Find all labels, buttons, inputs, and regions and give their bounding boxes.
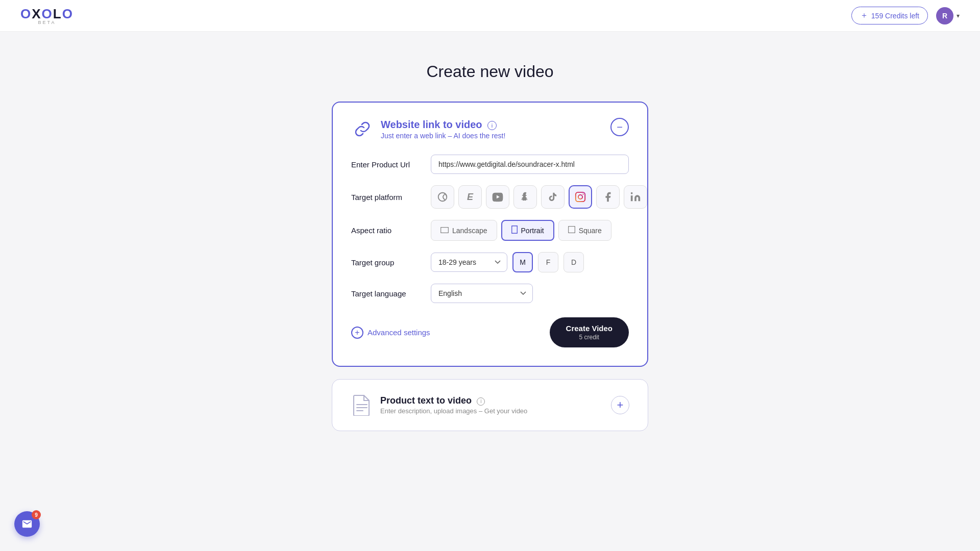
info-icon[interactable]: i: [487, 121, 497, 130]
platform-linkedin[interactable]: [624, 185, 647, 209]
product-text-card: Product text to video i Enter descriptio…: [332, 379, 648, 431]
gender-male[interactable]: M: [512, 252, 533, 272]
svg-point-3: [631, 192, 633, 194]
collapse-button[interactable]: −: [610, 118, 629, 136]
platform-label: Target platform: [351, 193, 423, 202]
platform-amazon[interactable]: [431, 185, 454, 209]
platform-group: E: [431, 185, 647, 209]
logo-o: O: [20, 6, 32, 21]
notification-badge: 9: [32, 510, 41, 519]
url-input[interactable]: [431, 155, 629, 174]
gender-diverse[interactable]: D: [564, 252, 584, 272]
create-btn-sub: 5 credit: [566, 334, 612, 342]
chevron-down-icon: ▾: [957, 12, 960, 19]
url-label: Enter Product Url: [351, 160, 423, 169]
logo-beta: BETA: [38, 20, 56, 25]
platform-tiktok[interactable]: [541, 185, 565, 209]
card-subtitle: Just enter a web link – AI does the rest…: [381, 132, 505, 140]
card2-info-icon[interactable]: i: [477, 397, 485, 406]
create-btn-label: Create Video: [566, 323, 612, 334]
website-link-card: Website link to video i Just enter a web…: [332, 102, 648, 367]
svg-rect-5: [511, 226, 517, 234]
aspect-landscape[interactable]: Landscape: [431, 220, 497, 241]
card-footer: + Advanced settings Create Video 5 credi…: [351, 317, 629, 347]
logo-o3: O: [62, 6, 74, 21]
aspect-label: Aspect ratio: [351, 226, 423, 235]
platform-etsy[interactable]: E: [458, 185, 482, 209]
user-avatar: R: [936, 7, 953, 24]
target-group-controls: 18-29 years 13-17 years 30-44 years 45-6…: [431, 252, 629, 272]
logo-o2: O: [42, 6, 53, 21]
landscape-icon: [440, 227, 449, 235]
card-title: Website link to video: [381, 119, 482, 130]
platform-instagram[interactable]: [569, 185, 592, 209]
platform-row: Target platform E: [351, 185, 629, 209]
svg-point-1: [578, 195, 582, 199]
document-icon: [351, 394, 373, 416]
header: OXOLO BETA ＋ 159 Credits left R ▾: [0, 0, 980, 32]
card2-subtitle: Enter description, upload images – Get y…: [380, 407, 527, 415]
notification-bubble[interactable]: 9: [14, 511, 40, 537]
plus-icon: ＋: [860, 10, 868, 21]
aspect-ratio-row: Aspect ratio Landscape Portrait: [351, 220, 629, 241]
credits-button[interactable]: ＋ 159 Credits left: [851, 7, 928, 24]
user-menu-button[interactable]: R ▾: [936, 7, 960, 24]
target-language-row: Target language English German French Sp…: [351, 284, 629, 303]
advanced-settings-button[interactable]: + Advanced settings: [351, 327, 430, 339]
logo-x: X: [32, 6, 41, 21]
main-content: Create new video Website link to video i…: [0, 32, 980, 452]
logo-l: L: [53, 6, 62, 21]
logo: OXOLO BETA: [20, 6, 74, 25]
link-icon: [351, 118, 374, 140]
aspect-group: Landscape Portrait Square: [431, 220, 611, 241]
language-select[interactable]: English German French Spanish Italian: [431, 284, 533, 303]
platform-snapchat[interactable]: [513, 185, 537, 209]
credits-label: 159 Credits left: [871, 12, 919, 20]
platform-facebook[interactable]: [596, 185, 620, 209]
aspect-portrait[interactable]: Portrait: [501, 220, 554, 241]
header-right: ＋ 159 Credits left R ▾: [851, 7, 960, 24]
portrait-label: Portrait: [521, 227, 544, 235]
svg-rect-4: [441, 227, 449, 233]
advanced-settings-label: Advanced settings: [368, 328, 430, 337]
svg-rect-6: [568, 227, 575, 233]
advanced-plus-icon: +: [351, 327, 363, 339]
square-icon: [568, 226, 575, 235]
target-group-row: Target group 18-29 years 13-17 years 30-…: [351, 252, 629, 272]
aspect-square[interactable]: Square: [558, 220, 611, 241]
square-label: Square: [579, 227, 602, 235]
platform-youtube[interactable]: [486, 185, 509, 209]
card-header: Website link to video i Just enter a web…: [351, 118, 629, 140]
age-select[interactable]: 18-29 years 13-17 years 30-44 years 45-6…: [431, 253, 507, 272]
page-title: Create new video: [426, 62, 553, 81]
create-video-button[interactable]: Create Video 5 credit: [550, 317, 629, 347]
portrait-icon: [511, 226, 518, 235]
url-row: Enter Product Url: [351, 155, 629, 174]
svg-rect-0: [576, 192, 585, 202]
card2-title: Product text to video: [380, 395, 472, 406]
target-group-label: Target group: [351, 258, 423, 267]
language-label: Target language: [351, 289, 423, 298]
gender-female[interactable]: F: [538, 252, 558, 272]
expand-button[interactable]: +: [611, 396, 629, 414]
svg-point-2: [582, 193, 583, 194]
landscape-label: Landscape: [452, 227, 487, 235]
